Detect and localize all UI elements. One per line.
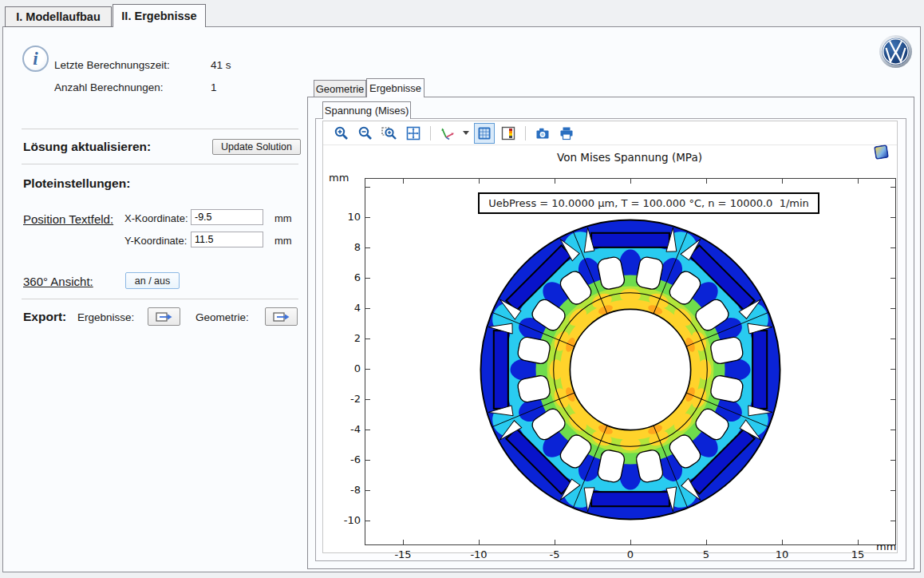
- y-tick: [890, 217, 895, 218]
- y-tick-label: -4: [327, 423, 361, 435]
- y-tick: [890, 430, 895, 430]
- y-tick-label: -8: [327, 484, 361, 496]
- camera-button[interactable]: [532, 123, 553, 144]
- y-unit-label: mm: [274, 235, 292, 247]
- plot-settings-heading: Ploteinstellungen:: [23, 176, 130, 191]
- zoom-extents-button[interactable]: [403, 123, 424, 144]
- y-tick: [890, 490, 895, 491]
- orientation-dropdown-caret[interactable]: [463, 131, 469, 135]
- y-tick-label: 4: [327, 302, 361, 314]
- tab-modellaufbau[interactable]: I. Modellaufbau: [5, 6, 112, 27]
- y-axis-unit-label: mm: [329, 172, 349, 184]
- camera-icon: [535, 125, 551, 141]
- zoom-out-button[interactable]: [355, 123, 376, 144]
- export-geometry-button[interactable]: [265, 307, 298, 326]
- y-tick-label: 2: [327, 332, 361, 344]
- x-tick-label: 5: [690, 548, 722, 560]
- grid-icon: [477, 126, 492, 141]
- zoom-box-icon: [381, 125, 397, 141]
- plot-window-icon[interactable]: [874, 144, 889, 160]
- zoom-box-button[interactable]: [379, 123, 400, 144]
- y-tick: [890, 338, 895, 339]
- y-tick-label: 0: [327, 362, 361, 374]
- x-tick-label: 0: [614, 548, 646, 560]
- x-tick: [403, 540, 404, 544]
- y-tick-label: -10: [327, 514, 361, 526]
- export-heading: Export:: [23, 310, 66, 324]
- update-solution-button[interactable]: Update Solution: [212, 139, 301, 155]
- y-tick: [365, 430, 370, 430]
- x-tick-label: -15: [387, 548, 419, 560]
- plot-tab-spannung[interactable]: Spannung (Mises): [322, 101, 411, 119]
- x-tick: [479, 179, 480, 184]
- y-tick: [365, 521, 370, 521]
- computation-count-label: Anzahl Berechnungen:: [54, 81, 164, 93]
- zoom-in-button[interactable]: [331, 123, 352, 144]
- grid-button[interactable]: [474, 123, 495, 144]
- position-textfeld-label: Position Textfeld:: [23, 212, 113, 226]
- orientation-button[interactable]: [437, 123, 458, 144]
- tab-geometrie[interactable]: Geometrie: [314, 80, 366, 97]
- computation-count-value: 1: [211, 81, 217, 93]
- divider: [22, 299, 298, 299]
- last-computation-label: Letzte Berechnungszeit:: [54, 59, 170, 71]
- x-tick: [479, 540, 480, 544]
- x-koordinate-input[interactable]: [191, 209, 263, 225]
- color-legend-button[interactable]: [498, 123, 519, 144]
- x-tick: [630, 540, 631, 544]
- x-tick: [858, 540, 859, 544]
- y-tick: [365, 399, 370, 400]
- x-tick: [706, 540, 707, 544]
- view-360-label: 360° Ansicht:: [23, 275, 93, 288]
- graphics-toolbar: [323, 121, 897, 145]
- x-tick-label: -10: [463, 548, 495, 560]
- print-button[interactable]: [556, 123, 577, 144]
- x-tick: [403, 179, 404, 184]
- y-tick-label: -2: [327, 393, 361, 405]
- y-tick: [890, 369, 895, 370]
- update-solution-label: Update Solution: [221, 141, 292, 152]
- annotation-box: UebPress = 10.0000 μm, T = 100.000 °C, n…: [478, 192, 819, 214]
- export-results-button[interactable]: [148, 307, 180, 326]
- y-tick: [365, 490, 370, 491]
- rotor-stress-plot[interactable]: [479, 218, 782, 521]
- y-tick: [890, 278, 895, 279]
- view-toggle-label: an / aus: [135, 275, 170, 287]
- x-tick-label: -5: [539, 548, 571, 560]
- x-tick-label: 10: [766, 548, 798, 560]
- tab-label: Spannung (Mises): [325, 105, 409, 117]
- x-tick: [630, 179, 631, 184]
- app-window: { "colors": { "comsol_blue": "#1f5fa8", …: [0, 0, 924, 578]
- tab-ergebnisse[interactable]: II. Ergebnisse: [113, 4, 206, 27]
- export-geometry-label: Geometrie:: [195, 311, 249, 323]
- y-koordinate-label: Y-Koordinate:: [124, 235, 187, 247]
- y-koordinate-input[interactable]: [191, 232, 263, 247]
- y-tick: [890, 521, 895, 521]
- x-tick: [858, 179, 859, 184]
- solution-heading: Lösung aktualisieren:: [23, 140, 151, 154]
- y-tick: [365, 369, 370, 370]
- x-tick: [555, 179, 555, 184]
- vw-logo: [879, 34, 913, 69]
- toolbar-separator: [430, 126, 431, 141]
- view-toggle-button[interactable]: an / aus: [125, 272, 180, 289]
- divider: [22, 164, 298, 164]
- x-tick-label: 15: [842, 548, 874, 560]
- tab-label: Geometrie: [316, 83, 365, 95]
- x-koordinate-label: X-Koordinate:: [124, 212, 188, 224]
- x-tick: [555, 540, 555, 544]
- y-tick: [890, 399, 895, 400]
- x-unit-label: mm: [274, 212, 292, 224]
- y-tick: [365, 278, 370, 279]
- divider: [22, 129, 298, 129]
- export-icon: [156, 311, 173, 323]
- toolbar-separator: [525, 126, 526, 141]
- plot-title: Von Mises Spannung (MPa): [510, 151, 749, 164]
- print-icon: [559, 125, 575, 141]
- zoom-in-icon: [334, 125, 349, 141]
- export-icon: [273, 311, 290, 323]
- y-tick-label: 6: [327, 271, 361, 283]
- info-icon: i: [22, 46, 49, 72]
- y-tick-label: 8: [327, 241, 361, 253]
- tab-ergebnisse-sub[interactable]: Ergebnisse: [366, 78, 424, 97]
